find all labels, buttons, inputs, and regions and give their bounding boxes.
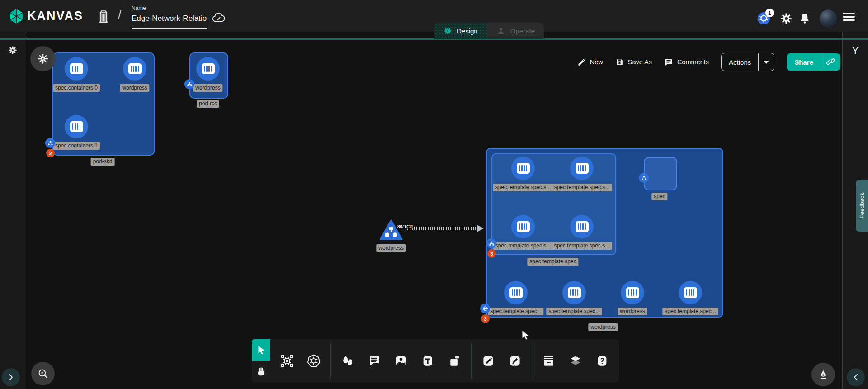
left-rail: [0, 32, 26, 389]
kubernetes-tool-button[interactable]: [306, 353, 322, 369]
operate-person-icon: [496, 26, 506, 36]
canvas-toolbar: [252, 339, 619, 382]
template-relationship-badge[interactable]: [486, 238, 496, 248]
pod-relationship-badge[interactable]: [45, 138, 55, 148]
kanvas-app: KANVAS / Name Edge-Network-Relatio: [0, 0, 868, 389]
design-drawer-tool-button[interactable]: [541, 353, 557, 369]
settings-gear-icon[interactable]: [780, 12, 793, 25]
new-button[interactable]: New: [577, 58, 603, 66]
container-node[interactable]: [511, 215, 535, 238]
container-icon: [576, 221, 589, 232]
zoom-search-button[interactable]: [31, 362, 55, 385]
container-node[interactable]: [196, 57, 220, 81]
pen-tool-button[interactable]: [811, 363, 835, 386]
container-node[interactable]: [511, 157, 535, 180]
container-node[interactable]: [65, 57, 88, 81]
spec-node[interactable]: [644, 157, 677, 190]
container-node[interactable]: [123, 57, 146, 81]
share-button[interactable]: Share: [787, 53, 840, 71]
actions-dropdown-button[interactable]: Actions: [721, 53, 774, 71]
layers-tool-button[interactable]: [567, 353, 584, 369]
feedback-tab[interactable]: Feedback: [856, 180, 868, 232]
node-label: spec.containers.1: [53, 142, 100, 150]
container-icon: [684, 287, 697, 298]
tab-operate-label: Operate: [510, 27, 535, 35]
pan-hand-tool-button[interactable]: [252, 361, 270, 383]
meshery-spiral-icon: [8, 45, 18, 55]
container-icon: [509, 287, 523, 298]
quick-actions-snowflake-button[interactable]: [30, 46, 56, 71]
freehand-draw-tool-button[interactable]: [507, 353, 523, 369]
share-label: Share: [787, 53, 821, 71]
container-node[interactable]: [570, 215, 594, 238]
components-tool-button[interactable]: [279, 353, 295, 369]
node-label: spec.template.spec.s...: [493, 242, 553, 250]
tab-operate[interactable]: Operate: [487, 23, 544, 39]
share-link-icon[interactable]: [821, 53, 840, 71]
container-icon: [626, 287, 639, 298]
node-label: wordpress: [376, 244, 406, 252]
design-name-input[interactable]: Edge-Network-Relatio: [132, 14, 207, 23]
node-label: spec.template.spec...: [546, 308, 602, 315]
kubernetes-context-count-badge: 1: [765, 9, 774, 17]
text-tool-button[interactable]: [420, 353, 436, 369]
pod-error-count-badge[interactable]: 2: [46, 149, 55, 157]
container-icon: [202, 63, 215, 74]
container-node[interactable]: [562, 281, 586, 304]
actions-caret-icon[interactable]: [758, 53, 774, 71]
container-icon: [70, 63, 83, 74]
help-tool-button[interactable]: [594, 353, 610, 369]
design-name-underline: [132, 28, 207, 29]
design-spiral-icon: [443, 27, 452, 35]
deployment-badge-icon[interactable]: [480, 304, 490, 313]
breadcrumb-separator: /: [118, 8, 122, 22]
collapse-right-panel-button[interactable]: [847, 368, 865, 386]
container-icon: [70, 121, 83, 132]
cloud-sync-icon: [211, 11, 226, 24]
menu-hamburger-icon[interactable]: [843, 13, 855, 21]
toolbar-group-misc: [532, 339, 619, 382]
container-node[interactable]: [679, 281, 702, 304]
edit-pencil-tool-button[interactable]: [480, 353, 496, 369]
container-icon: [128, 63, 142, 74]
group-label: pod-rcc: [197, 100, 219, 108]
container-icon: [576, 163, 589, 174]
service-edge[interactable]: [407, 227, 478, 230]
container-node[interactable]: [621, 281, 644, 304]
kanvas-logo-icon[interactable]: [7, 7, 25, 25]
select-tool-button[interactable]: [252, 339, 270, 361]
notifications-bell-icon[interactable]: [798, 12, 811, 25]
pod-relationship-badge[interactable]: [184, 79, 194, 89]
design-name-label: Name: [132, 5, 146, 11]
node-label: spec.template.spec.s...: [552, 184, 612, 191]
toolbar-group-components: [270, 339, 330, 382]
organization-icon[interactable]: [96, 9, 111, 24]
comment-annotation-tool-button[interactable]: [366, 353, 382, 369]
right-rail-y-icon[interactable]: Y: [852, 44, 868, 57]
spec-relationship-badge[interactable]: [639, 173, 649, 183]
actions-label: Actions: [722, 53, 758, 71]
app-header: KANVAS / Name Edge-Network-Relatio: [0, 0, 868, 32]
save-icon: [615, 58, 624, 66]
comments-icon: [664, 57, 673, 66]
expand-left-panel-button[interactable]: [2, 368, 20, 386]
shapes-tool-button[interactable]: [340, 353, 356, 369]
container-node[interactable]: [504, 281, 528, 304]
user-avatar[interactable]: [819, 9, 838, 28]
group-spec-template-spec[interactable]: [491, 153, 616, 255]
container-node[interactable]: [570, 157, 594, 180]
node-label: spec.containers.0: [53, 84, 100, 92]
template-error-count-badge[interactable]: 3: [487, 249, 496, 258]
container-node[interactable]: [65, 115, 88, 138]
tab-design[interactable]: Design: [434, 23, 487, 39]
deployment-error-count-badge[interactable]: 3: [481, 314, 490, 323]
save-as-button[interactable]: Save As: [615, 58, 652, 66]
rectangle-tool-button[interactable]: [446, 353, 462, 369]
group-label: wordpress: [588, 323, 618, 331]
image-tool-button[interactable]: [393, 353, 409, 369]
edge-port-label: 80/TCP: [397, 224, 413, 229]
comments-button[interactable]: Comments: [664, 57, 709, 66]
tab-design-label: Design: [457, 27, 478, 35]
node-label: wordpress: [618, 308, 647, 315]
service-node[interactable]: [379, 219, 403, 240]
